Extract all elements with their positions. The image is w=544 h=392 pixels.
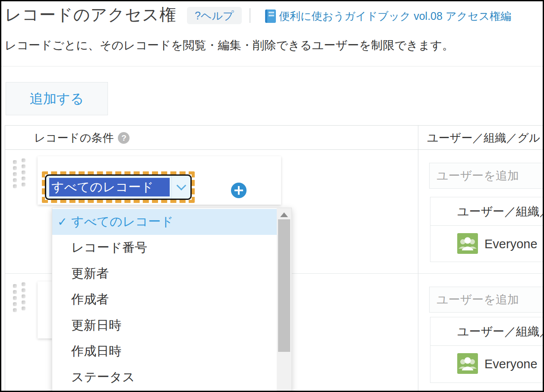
users-column-header: ユーザー／組織／グル: [427, 126, 540, 150]
check-icon: ✓: [57, 215, 67, 229]
entity-box: ユーザー／組織／グループ Everyone: [430, 317, 544, 383]
dropdown-item[interactable]: ステータス: [52, 364, 277, 390]
dropdown-list: ✓ すべてのレコード レコード番号 更新者 作成者 更新日時 作成日時 ステータ…: [52, 208, 277, 392]
chevron-down-icon: [176, 180, 186, 190]
dropdown-item[interactable]: 更新者: [52, 261, 277, 287]
add-condition-button[interactable]: [231, 183, 247, 198]
entity-row: Everyone: [430, 346, 544, 382]
header-divider: [250, 8, 250, 23]
dropdown-item[interactable]: 更新日時: [52, 313, 277, 338]
dropdown-item[interactable]: ✓ すべてのレコード: [52, 209, 277, 235]
guidebook-link[interactable]: 便利に使おうガイドブック vol.08 アクセス権編: [265, 9, 511, 23]
table-header-row: レコードの条件 ? ユーザー／組織／グル: [5, 126, 543, 150]
guidebook-link-label: 便利に使おうガイドブック vol.08 アクセス権編: [279, 9, 511, 23]
condition-select-focus-ring: すべてのレコード: [42, 171, 195, 203]
entity-box-header: ユーザー／組織／グループ: [430, 197, 544, 226]
help-link[interactable]: ?ヘルプ: [187, 7, 242, 24]
user-search-input[interactable]: [429, 163, 544, 189]
record-permissions-screen: レコードのアクセス権 ?ヘルプ 便利に使おうガイドブック vol.08 アクセス…: [0, 0, 544, 392]
dropdown-item[interactable]: レコード番号: [52, 235, 277, 261]
entity-name: Everyone: [484, 346, 538, 382]
scrollbar-thumb[interactable]: [278, 219, 290, 352]
dropdown-item[interactable]: 作成者: [52, 287, 277, 313]
condition-dropdown: ✓ すべてのレコード レコード番号 更新者 作成者 更新日時 作成日時 ステータ…: [52, 208, 292, 392]
dropdown-scrollbar[interactable]: [277, 208, 291, 392]
scroll-up-icon[interactable]: [280, 212, 288, 217]
user-search-input[interactable]: [429, 287, 544, 313]
section-divider: [1, 66, 543, 66]
drag-handle-icon[interactable]: [13, 160, 28, 189]
entity-box-header: ユーザー／組織／グループ: [430, 317, 544, 346]
page-title: レコードのアクセス権: [5, 4, 176, 26]
group-icon: [457, 233, 478, 254]
group-icon: [457, 353, 478, 374]
question-icon[interactable]: ?: [118, 132, 130, 144]
condition-card: すべてのレコード: [38, 156, 281, 205]
drag-handle-icon[interactable]: [13, 284, 28, 313]
condition-field-select[interactable]: すべてのレコード: [45, 174, 192, 200]
entity-box: ユーザー／組織／グループ Everyone: [430, 197, 544, 262]
condition-select-value: すべてのレコード: [49, 178, 170, 196]
add-permission-button[interactable]: 追加する: [6, 82, 108, 115]
page-description: レコードごとに、そのレコードを閲覧・編集・削除できるユーザーを制限できます。: [5, 38, 454, 53]
dropdown-item[interactable]: 作成日時: [52, 338, 277, 364]
book-icon: [265, 9, 276, 23]
condition-column-header: レコードの条件 ?: [34, 126, 130, 150]
entity-name: Everyone: [484, 226, 538, 262]
entity-row: Everyone: [430, 226, 544, 262]
select-chevron-zone[interactable]: [171, 176, 190, 199]
